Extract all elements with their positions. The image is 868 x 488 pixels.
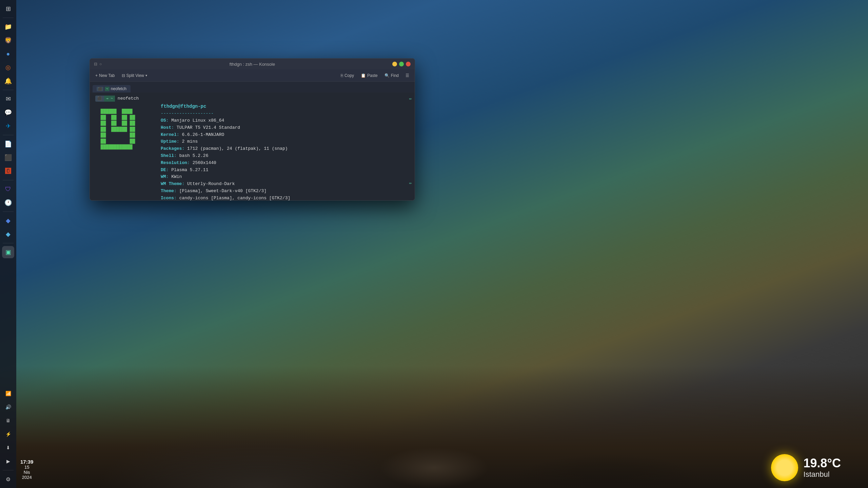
paste-button[interactable]: 📋 Paste [358, 72, 380, 79]
weather-widget: 19.8°C Istanbul [771, 454, 841, 481]
expand-icon[interactable]: ▶ [2, 455, 14, 467]
terminal-body: ⬛ ⇒ ~ neofetch ██████ ████ ██ ██ ██ ██ █… [90, 93, 415, 200]
weather-city: Istanbul [804, 470, 841, 479]
find-label: Find [391, 73, 399, 78]
clock-widget: 17:39 15 Nis 2024 [20, 459, 33, 480]
prompt-command: neofetch [118, 95, 139, 102]
new-tab-button[interactable]: + New Tab [93, 72, 118, 79]
tab-label: neofetch [111, 86, 126, 91]
split-view-label: Split View [126, 73, 144, 78]
close-button[interactable] [406, 62, 411, 66]
info-hostname: fthdgn@fthdgn-pc [161, 103, 409, 110]
bluetooth-icon[interactable]: ⚡ [2, 428, 14, 440]
split-view-chevron: ▾ [145, 74, 147, 77]
chrome-icon[interactable]: ● [2, 48, 14, 60]
terminal-left-icon: ⊟ [94, 62, 97, 66]
terminal-titlebar: ⊟ ○ fthdgn : zsh — Konsole [90, 59, 415, 69]
neofetch-output: ██████ ████ ██ ██ ██ ██ ██ ██ ██ ██ ██ █… [95, 103, 409, 201]
notification-icon[interactable]: 🔔 [2, 75, 14, 87]
mail-icon[interactable]: ✉ [2, 93, 14, 105]
terminal-circle-icon: ○ [99, 62, 102, 66]
info-theme: Theme: [Plasma], Sweet-Dark-v40 [GTK2/3] [161, 188, 409, 195]
info-host: Host: TULPAR T5 V21.4 Standard [161, 124, 409, 131]
info-wm: WM: KWin [161, 174, 409, 181]
meta1-icon[interactable]: ◆ [2, 215, 14, 227]
info-icons: Icons: candy-icons [Plasma], candy-icons… [161, 195, 409, 200]
neofetch-info-section: fthdgn@fthdgn-pc -------------------- OS… [158, 103, 409, 201]
pdf-icon[interactable]: 📄 [2, 138, 14, 150]
tab-prompt-box2: ~ [105, 87, 110, 91]
rocks-overlay [0, 285, 868, 488]
terminal-content[interactable]: ⬛ ⇒ ~ neofetch ██████ ████ ██ ██ ██ ██ █… [90, 93, 415, 200]
taskbar-separator-5 [3, 211, 14, 212]
clock-app-icon[interactable]: 🕐 [2, 197, 14, 209]
taskbar-separator-7 [3, 470, 14, 470]
clock-month: Nis [20, 470, 33, 475]
vscode-icon[interactable]: ⬛ [2, 151, 14, 164]
download-icon[interactable]: ⬇ [2, 442, 14, 454]
taskbar-separator-2 [3, 90, 14, 90]
prompt-box2: ⇒ ~ [104, 96, 115, 102]
apps-icon[interactable]: ⊞ [2, 3, 14, 15]
terminal-toolbar: + New Tab ⊟ Split View ▾ ⎘ Copy 📋 Paste … [90, 69, 415, 82]
info-packages: Packages: 1712 (pacman), 24 (flatpak), 1… [161, 145, 409, 152]
terminal-window: ⊟ ○ fthdgn : zsh — Konsole + New Tab ⊟ S… [90, 58, 415, 201]
weather-sun-icon [771, 454, 798, 481]
copy-label: Copy [344, 73, 354, 78]
find-icon: 🔍 [384, 73, 390, 78]
info-os: OS: Manjaro Linux x86_64 [161, 117, 409, 124]
weather-temperature: 19.8°C [804, 456, 841, 470]
new-tab-label: New Tab [99, 73, 115, 78]
toolbar-right: ⎘ Copy 📋 Paste 🔍 Find ☰ [338, 72, 412, 79]
meta2-icon[interactable]: ◆ [2, 228, 14, 240]
paste-icon: 📋 [361, 73, 366, 78]
whatsapp-icon[interactable]: 💬 [2, 106, 14, 119]
info-resolution: Resolution: 868x488 [161, 160, 409, 167]
taskbar-bottom: 📶 🔊 🖥 ⚡ ⬇ ▶ ⚙ [0, 387, 16, 485]
find-button[interactable]: 🔍 Find [382, 72, 401, 79]
pencil-mark-bottom: ✏ [409, 180, 412, 187]
info-wm-theme: WM Theme: Utterly-Round-Dark [161, 181, 409, 188]
telegram-icon[interactable]: ✈ [2, 120, 14, 132]
network-icon[interactable]: 📶 [2, 387, 14, 400]
weather-info: 19.8°C Istanbul [804, 456, 841, 479]
settings-icon[interactable]: ⚙ [2, 473, 14, 485]
minimize-button[interactable] [392, 62, 397, 66]
info-shell: Shell: bash 5.2.26 [161, 152, 409, 160]
security-icon[interactable]: 🛡 [2, 183, 14, 195]
files-icon[interactable]: 📁 [2, 21, 14, 33]
taskbar-separator-1 [3, 18, 14, 18]
terminal-tab-1[interactable]: ⬛ ~ neofetch [93, 85, 131, 93]
clock-day: 15 [20, 465, 33, 470]
tab-prompt-box1: ⬛ [97, 87, 103, 91]
clock-year: 2024 [20, 475, 33, 480]
display-icon[interactable]: 🖥 [2, 414, 14, 427]
new-tab-icon: + [95, 73, 98, 78]
volume-icon[interactable]: 🔊 [2, 401, 14, 413]
info-kernel: Kernel: 6.6.26-1-MANJARO [161, 131, 409, 139]
split-view-button[interactable]: ⊟ Split View ▾ [119, 72, 150, 79]
taskbar-separator-3 [3, 135, 14, 135]
paste-label: Paste [367, 73, 378, 78]
split-view-icon: ⊟ [122, 73, 125, 78]
firefox-icon[interactable]: ◎ [2, 61, 14, 74]
terminal-title-text: fthdgn : zsh — Konsole [230, 62, 275, 67]
manjaro-logo: ██████ ████ ██ ██ ██ ██ ██ ██ ██ ██ ██ █… [95, 103, 158, 150]
info-separator: -------------------- [161, 110, 409, 117]
menu-button[interactable]: ☰ [403, 72, 412, 79]
terminal-app-icon[interactable]: ▣ [2, 246, 14, 258]
maximize-button[interactable] [399, 62, 404, 66]
neofetch-logo-section: ██████ ████ ██ ██ ██ ██ ██ ██ ██ ██ ██ █… [95, 103, 158, 201]
menu-icon: ☰ [406, 73, 409, 78]
prompt-box1: ⬛ [95, 96, 104, 102]
brave-icon[interactable]: 🦁 [2, 34, 14, 46]
info-uptime: Uptime: 2 mins [161, 138, 409, 145]
info-de: DE: Plasma 5.27.11 [161, 167, 409, 174]
terminal-tabs: ⬛ ~ neofetch [90, 82, 415, 93]
taskbar: ⊞ 📁 🦁 ● ◎ 🔔 ✉ 💬 ✈ 📄 ⬛ 🅾 🛡 🕐 ◆ ◆ ▣ 📶 🔊 🖥 … [0, 0, 16, 488]
copy-icon: ⎘ [341, 73, 343, 78]
copy-button[interactable]: ⎘ Copy [338, 72, 357, 79]
prompt-line-1: ⬛ ⇒ ~ neofetch [95, 95, 409, 102]
office-icon[interactable]: 🅾 [2, 165, 14, 177]
taskbar-separator-6 [3, 243, 14, 243]
